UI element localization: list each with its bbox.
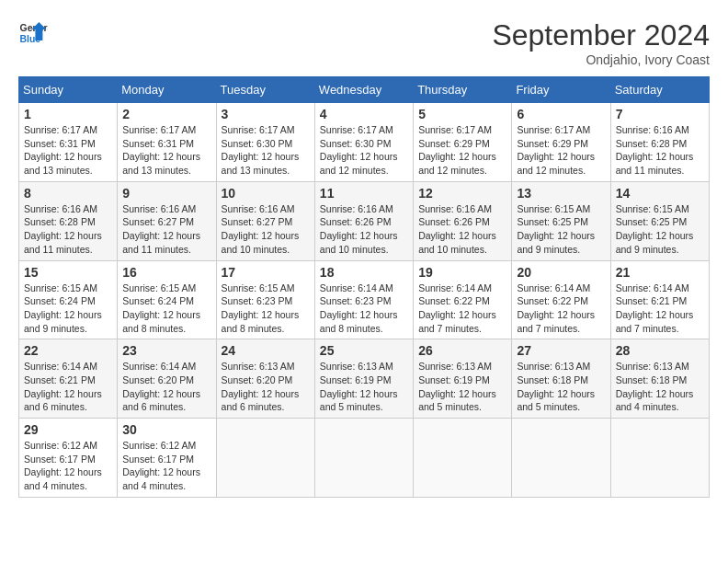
calendar-cell: 14Sunrise: 6:15 AM Sunset: 6:25 PM Dayli… — [610, 181, 709, 260]
calendar-cell — [512, 419, 610, 498]
calendar-header-row: SundayMondayTuesdayWednesdayThursdayFrid… — [19, 77, 710, 103]
calendar-cell: 13Sunrise: 6:15 AM Sunset: 6:25 PM Dayli… — [512, 181, 610, 260]
day-info: Sunrise: 6:13 AM Sunset: 6:18 PM Dayligh… — [517, 360, 605, 414]
day-info: Sunrise: 6:14 AM Sunset: 6:22 PM Dayligh… — [418, 282, 506, 336]
header: General Blue September 2024 Ondjahio, Iv… — [18, 18, 710, 67]
calendar-table: SundayMondayTuesdayWednesdayThursdayFrid… — [18, 76, 710, 498]
day-number: 14 — [616, 186, 704, 201]
day-number: 25 — [320, 343, 408, 358]
day-number: 21 — [616, 265, 704, 280]
day-info: Sunrise: 6:15 AM Sunset: 6:25 PM Dayligh… — [616, 202, 704, 257]
day-of-week-header: Thursday — [414, 77, 512, 103]
calendar-week-row: 8Sunrise: 6:16 AM Sunset: 6:28 PM Daylig… — [19, 181, 710, 260]
day-info: Sunrise: 6:13 AM Sunset: 6:19 PM Dayligh… — [418, 360, 506, 414]
calendar-cell — [414, 419, 512, 498]
month-title: September 2024 — [492, 18, 710, 52]
day-number: 2 — [122, 107, 210, 121]
day-number: 10 — [222, 186, 310, 201]
day-number: 12 — [418, 186, 506, 201]
day-number: 28 — [616, 343, 704, 358]
day-number: 27 — [517, 343, 605, 358]
calendar-cell — [216, 419, 314, 498]
calendar-cell: 23Sunrise: 6:14 AM Sunset: 6:20 PM Dayli… — [118, 339, 216, 419]
calendar-cell: 22Sunrise: 6:14 AM Sunset: 6:21 PM Dayli… — [19, 339, 118, 419]
day-info: Sunrise: 6:13 AM Sunset: 6:19 PM Dayligh… — [320, 360, 408, 414]
day-number: 24 — [222, 343, 310, 358]
location-title: Ondjahio, Ivory Coast — [492, 52, 710, 67]
calendar-cell: 6Sunrise: 6:17 AM Sunset: 6:29 PM Daylig… — [512, 103, 610, 182]
day-info: Sunrise: 6:16 AM Sunset: 6:26 PM Dayligh… — [320, 202, 408, 257]
calendar-week-row: 15Sunrise: 6:15 AM Sunset: 6:24 PM Dayli… — [19, 260, 710, 339]
calendar-cell: 16Sunrise: 6:15 AM Sunset: 6:24 PM Dayli… — [118, 260, 216, 339]
day-of-week-header: Monday — [118, 77, 216, 103]
day-info: Sunrise: 6:14 AM Sunset: 6:23 PM Dayligh… — [320, 282, 408, 336]
day-number: 16 — [122, 265, 210, 280]
day-of-week-header: Tuesday — [216, 77, 314, 103]
day-number: 4 — [320, 107, 408, 121]
calendar-cell: 5Sunrise: 6:17 AM Sunset: 6:29 PM Daylig… — [414, 103, 512, 182]
calendar-cell: 28Sunrise: 6:13 AM Sunset: 6:18 PM Dayli… — [610, 339, 709, 419]
calendar-cell: 15Sunrise: 6:15 AM Sunset: 6:24 PM Dayli… — [19, 260, 118, 339]
calendar-cell: 27Sunrise: 6:13 AM Sunset: 6:18 PM Dayli… — [512, 339, 610, 419]
day-number: 13 — [517, 186, 605, 201]
calendar-cell — [610, 419, 709, 498]
day-info: Sunrise: 6:17 AM Sunset: 6:31 PM Dayligh… — [122, 123, 210, 178]
day-info: Sunrise: 6:15 AM Sunset: 6:25 PM Dayligh… — [517, 202, 605, 257]
day-number: 1 — [24, 107, 112, 121]
day-of-week-header: Saturday — [610, 77, 709, 103]
calendar-week-row: 29Sunrise: 6:12 AM Sunset: 6:17 PM Dayli… — [19, 419, 710, 498]
day-number: 6 — [517, 107, 605, 121]
calendar-cell: 26Sunrise: 6:13 AM Sunset: 6:19 PM Dayli… — [414, 339, 512, 419]
day-info: Sunrise: 6:16 AM Sunset: 6:28 PM Dayligh… — [24, 202, 112, 257]
calendar-cell: 3Sunrise: 6:17 AM Sunset: 6:30 PM Daylig… — [216, 103, 314, 182]
calendar-cell — [314, 419, 413, 498]
day-info: Sunrise: 6:17 AM Sunset: 6:31 PM Dayligh… — [24, 123, 112, 178]
day-of-week-header: Wednesday — [314, 77, 413, 103]
calendar-cell: 10Sunrise: 6:16 AM Sunset: 6:27 PM Dayli… — [216, 181, 314, 260]
day-info: Sunrise: 6:14 AM Sunset: 6:21 PM Dayligh… — [616, 282, 704, 336]
day-number: 18 — [320, 265, 408, 280]
day-of-week-header: Friday — [512, 77, 610, 103]
calendar-cell: 18Sunrise: 6:14 AM Sunset: 6:23 PM Dayli… — [314, 260, 413, 339]
calendar-cell: 29Sunrise: 6:12 AM Sunset: 6:17 PM Dayli… — [19, 419, 118, 498]
day-info: Sunrise: 6:15 AM Sunset: 6:23 PM Dayligh… — [222, 282, 310, 336]
day-info: Sunrise: 6:12 AM Sunset: 6:17 PM Dayligh… — [24, 439, 112, 493]
day-number: 26 — [418, 343, 506, 358]
day-number: 8 — [24, 186, 112, 201]
day-number: 9 — [122, 186, 210, 201]
calendar-cell: 20Sunrise: 6:14 AM Sunset: 6:22 PM Dayli… — [512, 260, 610, 339]
calendar-cell: 17Sunrise: 6:15 AM Sunset: 6:23 PM Dayli… — [216, 260, 314, 339]
calendar-cell: 30Sunrise: 6:12 AM Sunset: 6:17 PM Dayli… — [118, 419, 216, 498]
day-info: Sunrise: 6:17 AM Sunset: 6:29 PM Dayligh… — [418, 123, 506, 178]
day-of-week-header: Sunday — [19, 77, 118, 103]
day-number: 29 — [24, 422, 112, 437]
day-number: 17 — [222, 265, 310, 280]
calendar-cell: 8Sunrise: 6:16 AM Sunset: 6:28 PM Daylig… — [19, 181, 118, 260]
day-info: Sunrise: 6:16 AM Sunset: 6:26 PM Dayligh… — [418, 202, 506, 257]
calendar-cell: 19Sunrise: 6:14 AM Sunset: 6:22 PM Dayli… — [414, 260, 512, 339]
calendar-cell: 4Sunrise: 6:17 AM Sunset: 6:30 PM Daylig… — [314, 103, 413, 182]
logo-icon: General Blue — [18, 18, 48, 48]
day-number: 19 — [418, 265, 506, 280]
day-number: 23 — [122, 343, 210, 358]
day-number: 7 — [616, 107, 704, 121]
day-info: Sunrise: 6:17 AM Sunset: 6:29 PM Dayligh… — [517, 123, 605, 178]
day-info: Sunrise: 6:14 AM Sunset: 6:20 PM Dayligh… — [122, 360, 210, 414]
day-info: Sunrise: 6:14 AM Sunset: 6:21 PM Dayligh… — [24, 360, 112, 414]
day-info: Sunrise: 6:16 AM Sunset: 6:28 PM Dayligh… — [616, 123, 704, 178]
calendar-cell: 11Sunrise: 6:16 AM Sunset: 6:26 PM Dayli… — [314, 181, 413, 260]
day-number: 15 — [24, 265, 112, 280]
day-number: 11 — [320, 186, 408, 201]
day-number: 3 — [222, 107, 310, 121]
day-info: Sunrise: 6:16 AM Sunset: 6:27 PM Dayligh… — [122, 202, 210, 257]
calendar-cell: 9Sunrise: 6:16 AM Sunset: 6:27 PM Daylig… — [118, 181, 216, 260]
calendar-cell: 24Sunrise: 6:13 AM Sunset: 6:20 PM Dayli… — [216, 339, 314, 419]
title-area: September 2024 Ondjahio, Ivory Coast — [492, 18, 710, 67]
day-info: Sunrise: 6:14 AM Sunset: 6:22 PM Dayligh… — [517, 282, 605, 336]
calendar-cell: 2Sunrise: 6:17 AM Sunset: 6:31 PM Daylig… — [118, 103, 216, 182]
day-info: Sunrise: 6:13 AM Sunset: 6:18 PM Dayligh… — [616, 360, 704, 414]
day-info: Sunrise: 6:15 AM Sunset: 6:24 PM Dayligh… — [122, 282, 210, 336]
calendar-cell: 7Sunrise: 6:16 AM Sunset: 6:28 PM Daylig… — [610, 103, 709, 182]
day-info: Sunrise: 6:15 AM Sunset: 6:24 PM Dayligh… — [24, 282, 112, 336]
day-number: 30 — [122, 422, 210, 437]
